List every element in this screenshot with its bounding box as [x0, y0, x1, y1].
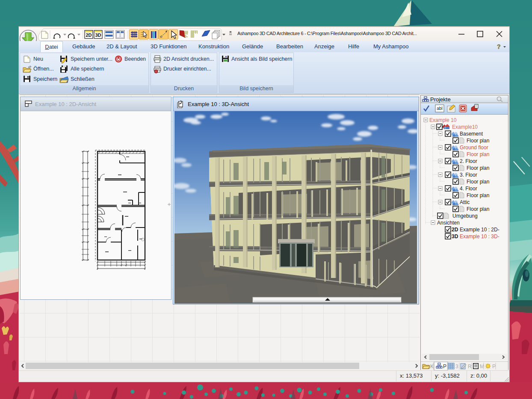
- svg-text:Attic: Attic: [460, 199, 470, 205]
- svg-text:Basement: Basement: [460, 131, 483, 137]
- svg-text:2. Floor: 2. Floor: [460, 158, 477, 164]
- svg-text:3D: 3D: [95, 33, 101, 38]
- svg-text:Floor plan: Floor plan: [467, 151, 489, 157]
- svg-text:abl: abl: [437, 106, 442, 111]
- svg-text:Floor plan: Floor plan: [467, 165, 489, 171]
- svg-text:P: P: [492, 364, 496, 369]
- svg-text:3: 3: [455, 364, 458, 369]
- svg-text:3. Floor: 3. Floor: [460, 172, 477, 178]
- svg-text:4. Floor: 4. Floor: [460, 186, 477, 192]
- svg-text:Ground floor: Ground floor: [460, 145, 488, 151]
- svg-text:Floor plan: Floor plan: [467, 206, 489, 212]
- svg-text:Example 10 : 2D-: Example 10 : 2D-: [460, 227, 499, 233]
- svg-text:Ansichten: Ansichten: [437, 220, 460, 226]
- svg-text:Example 10: Example 10: [429, 117, 457, 123]
- svg-text:Example 10 : 3D-: Example 10 : 3D-: [460, 233, 499, 239]
- svg-text:Example10: Example10: [452, 124, 478, 130]
- svg-text:2D: 2D: [86, 33, 92, 38]
- svg-text:2D: 2D: [452, 227, 458, 233]
- svg-text:?: ?: [497, 43, 501, 50]
- svg-text:3D: 3D: [452, 233, 458, 239]
- svg-text:R: R: [468, 364, 472, 369]
- svg-text:Floor plan: Floor plan: [467, 179, 489, 185]
- svg-text:Floor plan: Floor plan: [467, 138, 489, 144]
- svg-text:P: P: [443, 364, 446, 369]
- svg-text:Floor plan: Floor plan: [467, 192, 489, 198]
- svg-text:Umgebung: Umgebung: [452, 213, 478, 219]
